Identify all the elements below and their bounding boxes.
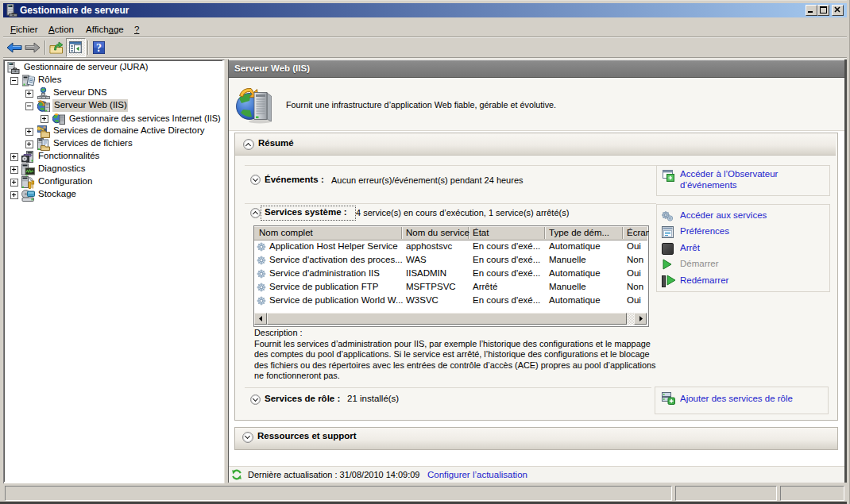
svg-text:?: ?	[96, 42, 102, 54]
